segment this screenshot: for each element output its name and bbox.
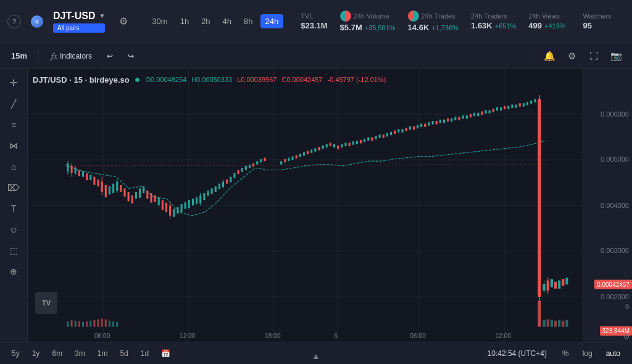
svg-rect-34 [112, 184, 114, 193]
scroll-up-arrow[interactable]: ▲ [312, 351, 320, 361]
svg-rect-54 [181, 204, 183, 212]
svg-rect-25 [82, 172, 84, 177]
percent-button[interactable]: % [558, 347, 573, 360]
shape-tool[interactable]: ⋈ [5, 137, 22, 154]
period-5y[interactable]: 5y [7, 347, 24, 360]
volume-pie-icon [340, 10, 351, 22]
current-time: 10:42:54 (UTC+4) [488, 349, 547, 358]
snapshot-button[interactable]: 📷 [607, 48, 625, 65]
period-5d[interactable]: 5d [115, 347, 132, 360]
brush-tool[interactable]: ⌦ [5, 179, 22, 196]
help-button[interactable]: ? [7, 15, 21, 28]
period-1y[interactable]: 1y [28, 347, 44, 360]
top-bar: ? S DJT-USD ▼ All pairs ⚙ 30m 1h 2h 4h 8… [0, 0, 632, 43]
svg-rect-32 [105, 185, 107, 197]
fib-tool[interactable]: ⌂ [5, 158, 22, 175]
svg-rect-76 [256, 161, 258, 165]
price-chart: 06:00 12:00 18:00 6 06:00 12:00 [28, 69, 583, 342]
zoom-in-tool[interactable]: ⊕ [5, 263, 22, 280]
svg-text:06:00: 06:00 [94, 332, 110, 339]
svg-text:06:00: 06:00 [410, 332, 426, 339]
interval-30m[interactable]: 30m [147, 14, 172, 28]
svg-rect-133 [484, 110, 486, 114]
timeframe-selector[interactable]: 15m [7, 49, 31, 63]
text-tool[interactable]: T [5, 200, 22, 217]
svg-rect-114 [413, 126, 415, 130]
svg-rect-62 [207, 191, 209, 196]
svg-text:18:00: 18:00 [265, 332, 281, 339]
svg-rect-119 [432, 121, 434, 125]
svg-rect-52 [173, 209, 175, 217]
symbol-name[interactable]: DJT-USD ▼ [53, 10, 105, 22]
svg-rect-68 [226, 180, 228, 184]
time-intervals: 30m 1h 2h 4h 8h 24h [147, 14, 283, 28]
svg-rect-116 [420, 123, 422, 127]
stats-bar: TVL $23.1M 24h Volume $5.7M +35,501% 24h… [301, 10, 611, 32]
svg-rect-42 [139, 188, 141, 197]
undo-button[interactable]: ↩ [102, 49, 118, 63]
symbol-dropdown[interactable]: ▼ [99, 12, 105, 19]
svg-rect-75 [252, 163, 254, 167]
svg-rect-92 [330, 143, 331, 146]
stat-watchers: Watchers 95 [583, 12, 612, 30]
stat-views: 24h Views 499 +419% [528, 12, 565, 30]
svg-rect-170 [112, 321, 114, 327]
chart-settings-button[interactable]: ⚙ [563, 48, 580, 65]
period-1d[interactable]: 1d [136, 347, 153, 360]
svg-rect-179 [565, 320, 568, 327]
chart-main[interactable]: DJT/USD · 15 · birdeye.so ● O0.00048254 … [28, 69, 583, 342]
measure-tool[interactable]: ⬚ [5, 242, 22, 259]
svg-rect-145 [530, 101, 532, 104]
emoji-tool[interactable]: ☺ [5, 221, 22, 238]
fullscreen-button[interactable]: ⛶ [585, 48, 602, 65]
auto-button[interactable]: auto [602, 347, 625, 360]
svg-rect-164 [89, 321, 91, 327]
svg-rect-74 [249, 165, 251, 168]
svg-rect-176 [554, 321, 557, 327]
svg-rect-129 [470, 114, 472, 118]
svg-rect-43 [143, 186, 144, 193]
line-tool[interactable]: ╱ [5, 95, 22, 112]
price-0: 0 [625, 303, 629, 310]
crosshair-tool[interactable]: ✛ [5, 74, 22, 91]
svg-rect-157 [565, 278, 568, 284]
period-6m[interactable]: 6m [48, 347, 67, 360]
indicators-icon: 𝑓𝑥 [51, 51, 57, 61]
period-1m[interactable]: 1m [93, 347, 112, 360]
interval-1h[interactable]: 1h [175, 14, 194, 28]
stat-traders: 24h Traders 1.63K +651% [471, 12, 516, 30]
svg-rect-175 [551, 320, 553, 327]
svg-rect-95 [341, 144, 343, 148]
interval-8h[interactable]: 8h [239, 14, 257, 28]
bottom-right: % log auto [558, 347, 625, 360]
date-range-button[interactable]: 📅 [157, 347, 175, 360]
price-axis: 0.006000 0.005000 0.004000 0.003000 0.00… [583, 69, 632, 342]
price-5000: 0.005000 [601, 155, 629, 163]
interval-2h[interactable]: 2h [196, 14, 215, 28]
svg-rect-94 [337, 146, 339, 149]
svg-rect-161 [78, 321, 80, 327]
svg-rect-71 [238, 170, 239, 175]
redo-button[interactable]: ↪ [123, 49, 139, 63]
log-button[interactable]: log [578, 347, 597, 360]
interval-4h[interactable]: 4h [218, 14, 236, 28]
price-axis-zoom[interactable]: ⊙ [623, 332, 630, 341]
period-3m[interactable]: 3m [70, 347, 89, 360]
pair-badge[interactable]: All pairs [53, 23, 105, 33]
indicators-button[interactable]: 𝑓𝑥 Indicators [46, 48, 97, 64]
svg-rect-33 [109, 186, 110, 194]
settings-button[interactable]: ⚙ [115, 13, 132, 30]
alert-button[interactable]: 🔔 [541, 48, 558, 65]
svg-rect-165 [93, 320, 95, 327]
interval-24h[interactable]: 24h [260, 14, 284, 28]
svg-rect-169 [109, 321, 110, 327]
svg-rect-106 [383, 134, 385, 138]
svg-rect-153 [551, 279, 553, 287]
symbol-logo: S [31, 15, 43, 28]
svg-text:6: 6 [334, 332, 338, 339]
svg-rect-162 [82, 322, 84, 327]
svg-rect-37 [120, 185, 122, 192]
svg-rect-117 [424, 123, 426, 127]
price-6000: 0.006000 [601, 110, 629, 118]
horizontal-line-tool[interactable]: ≡ [5, 116, 22, 133]
